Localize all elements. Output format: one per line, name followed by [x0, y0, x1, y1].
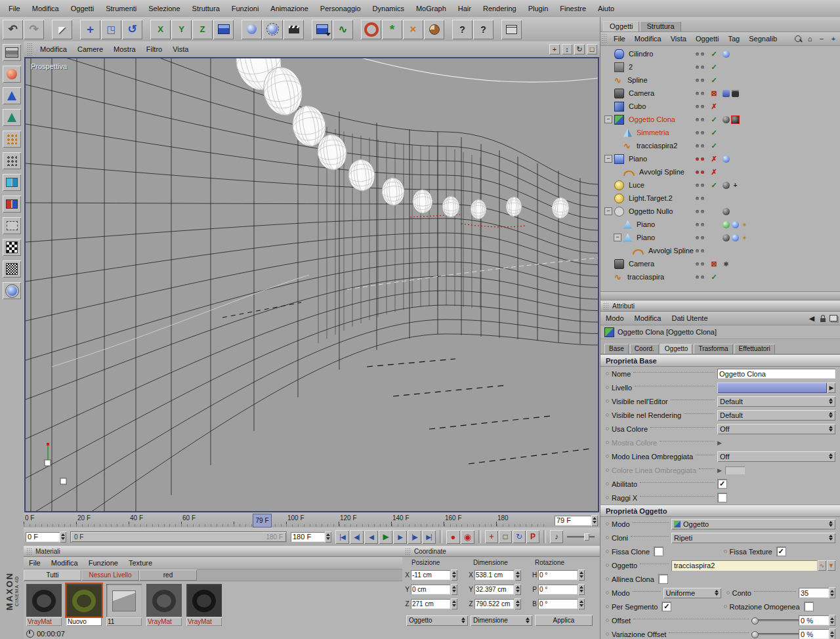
dimension-y-stepper[interactable]: [514, 584, 521, 595]
visibility-toggles[interactable]: [692, 66, 707, 69]
object-name[interactable]: Light.Target.2: [627, 194, 675, 202]
visibility-toggles[interactable]: [692, 157, 707, 161]
tree-row[interactable]: 2 ✓: [600, 60, 840, 73]
star-tag-icon[interactable]: [741, 221, 748, 228]
expand-toggle[interactable]: −: [604, 155, 612, 163]
menu-item[interactable]: Dynamics: [367, 0, 410, 17]
allinea-clona-checkbox[interactable]: [658, 574, 668, 584]
menu-item[interactable]: Animazione: [264, 0, 314, 17]
materials-menu-item[interactable]: Texture: [123, 559, 158, 567]
keyframe-dot-icon[interactable]: [726, 591, 732, 594]
bake-object[interactable]: [424, 20, 444, 39]
locate-icon[interactable]: +: [829, 34, 838, 43]
menu-item[interactable]: Selezione: [142, 0, 186, 17]
polygon-mode[interactable]: [3, 196, 21, 213]
compare-icon[interactable]: [830, 315, 837, 321]
rotation-b-stepper[interactable]: [578, 598, 585, 609]
material-thumbnail[interactable]: [66, 584, 102, 617]
object-name[interactable]: Spline: [625, 76, 650, 84]
spline-pick-icon[interactable]: ∿: [818, 560, 826, 571]
animation-mode[interactable]: [3, 131, 21, 148]
enable-toggle[interactable]: ✓: [709, 76, 719, 85]
attributes-menu-item[interactable]: Modifica: [629, 314, 667, 322]
zoom-view-icon[interactable]: ↕: [562, 44, 572, 54]
visibility-toggles[interactable]: [692, 118, 707, 121]
object-name[interactable]: Camera: [627, 89, 656, 97]
object-manager-menu-item[interactable]: Segnalib: [744, 35, 782, 43]
material-item[interactable]: VrayMat: [26, 584, 62, 626]
collapse-icon[interactable]: −: [817, 34, 826, 43]
enable-toggle[interactable]: ⊠: [709, 89, 719, 98]
tree-row[interactable]: Camera ⊠: [600, 257, 840, 270]
position-x-input[interactable]: [411, 570, 450, 580]
redo[interactable]: ↷: [24, 20, 44, 39]
record-scale[interactable]: □: [499, 530, 512, 543]
sel-red-tag-icon[interactable]: [732, 116, 739, 123]
coordinate-system[interactable]: [213, 20, 234, 39]
object-name[interactable]: tracciaspira2: [635, 142, 679, 150]
range-end-stepper[interactable]: [325, 531, 331, 543]
tree-row[interactable]: Cilindro ✓: [600, 47, 840, 60]
ball-blue-tag-icon[interactable]: [723, 51, 730, 58]
pan-view-icon[interactable]: +: [549, 44, 560, 54]
lock-y-axis[interactable]: Y: [171, 20, 192, 39]
object-name[interactable]: Cubo: [627, 102, 648, 110]
current-frame-input[interactable]: [555, 516, 591, 526]
move-tool[interactable]: +: [80, 20, 100, 39]
visibile-rendering-select[interactable]: Default: [717, 410, 835, 421]
distribuzione-modo-select[interactable]: Uniforme: [663, 588, 721, 598]
attributes-menu-item[interactable]: Modo: [600, 314, 629, 322]
keyframe-dot-icon[interactable]: [606, 619, 612, 622]
visibility-toggles[interactable]: [692, 276, 707, 279]
menu-item[interactable]: Strumenti: [100, 0, 142, 17]
point-mode[interactable]: [3, 152, 21, 169]
rotate-tool[interactable]: ↺: [122, 20, 142, 39]
range-end-input[interactable]: [291, 532, 325, 542]
object-manager-menu-item[interactable]: Modifica: [630, 35, 666, 43]
menu-item[interactable]: Rendering: [477, 0, 522, 17]
materials-menu-item[interactable]: Funzione: [83, 559, 123, 567]
conto-input[interactable]: [799, 588, 829, 598]
goto-start[interactable]: |◀: [335, 530, 349, 544]
rotation-h-stepper[interactable]: [578, 569, 585, 581]
material-item[interactable]: VrayMat: [186, 584, 222, 626]
render-region[interactable]: [262, 20, 283, 39]
display-tag-icon[interactable]: [723, 90, 730, 97]
material-item[interactable]: 11: [106, 584, 142, 626]
keyframe-dot-icon[interactable]: [606, 522, 612, 526]
raggi-x-checkbox[interactable]: [717, 493, 727, 503]
autokeying[interactable]: ◉: [461, 530, 474, 544]
enable-toggle[interactable]: ✓: [709, 50, 719, 58]
enable-toggle[interactable]: ✗: [709, 168, 719, 176]
add-primitive[interactable]: [312, 20, 332, 39]
oggetto-link-field[interactable]: tracciaspira2: [671, 560, 817, 571]
clona-modo-select[interactable]: Oggetto: [671, 519, 835, 529]
material-name[interactable]: VrayMat: [186, 617, 222, 626]
dimension-x-input[interactable]: [474, 570, 514, 580]
keyframe-dot-icon[interactable]: [606, 386, 612, 389]
ball-green-tag-icon[interactable]: [723, 221, 730, 228]
keyframe-dot-icon[interactable]: [606, 605, 612, 608]
tree-row[interactable]: tracciaspira ✓: [600, 270, 840, 283]
apply-button[interactable]: Applica: [535, 615, 593, 626]
nome-input[interactable]: [717, 369, 835, 379]
material-name[interactable]: 11: [106, 617, 142, 626]
tree-row[interactable]: Simmetria ✓: [600, 126, 840, 139]
select-tool[interactable]: ◤: [52, 20, 72, 39]
modo-linea-select[interactable]: Off: [717, 451, 835, 462]
panel-grip[interactable]: [26, 548, 32, 555]
range-start-input[interactable]: [26, 532, 60, 542]
rotazione-omogenea-checkbox[interactable]: [804, 602, 814, 611]
uv-mode[interactable]: [3, 217, 21, 234]
panel-grip[interactable]: [405, 548, 411, 555]
fissa-texture-checkbox[interactable]: [776, 546, 786, 556]
object-name[interactable]: Camera: [627, 260, 656, 268]
object-name[interactable]: Avvolgi Spline: [646, 247, 696, 255]
tree-row[interactable]: − Piano: [600, 231, 840, 244]
menu-item[interactable]: Modifica: [26, 0, 65, 17]
visibility-toggles[interactable]: [692, 79, 707, 82]
ball-dark-tag-icon[interactable]: [723, 116, 730, 123]
object-name[interactable]: Piano: [635, 234, 657, 241]
ball-blue-tag-icon[interactable]: [732, 221, 739, 228]
attribute-tab[interactable]: Base: [604, 344, 629, 354]
